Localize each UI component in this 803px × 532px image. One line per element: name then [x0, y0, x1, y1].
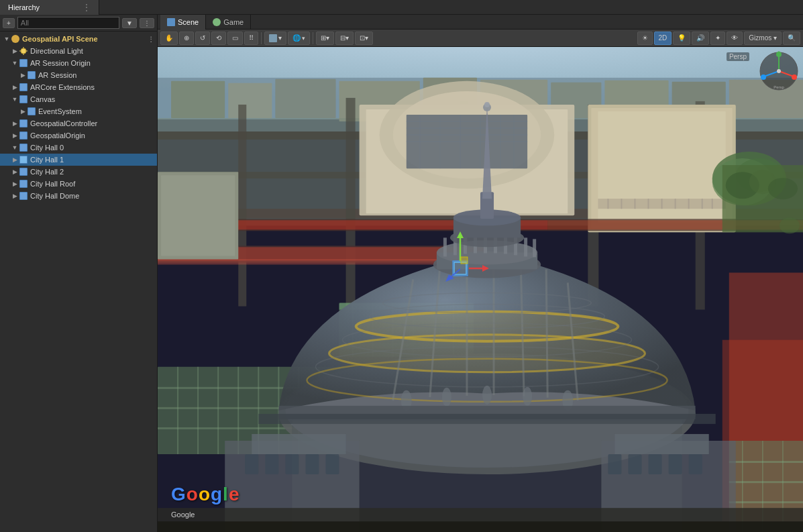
expand-ar-session-origin[interactable]: ▼ — [11, 60, 19, 66]
svg-point-107 — [329, 335, 645, 372]
tree-item-city-hall-roof[interactable]: ▶ City Hall Roof — [0, 178, 157, 190]
tree-item-city-hall-0[interactable]: ▼ City Hall 0 — [0, 142, 157, 154]
tree-item-geospatial-controller[interactable]: ▶ GeospatialController — [0, 117, 157, 129]
tab-game[interactable]: Game — [206, 15, 251, 30]
toolbar-separator-1 — [261, 32, 262, 44]
geospatial-controller-icon — [19, 119, 28, 128]
grid-snap-button[interactable]: ⊟▾ — [335, 32, 354, 45]
expand-event-system[interactable]: ▶ — [19, 108, 27, 115]
tree-item-arcore-extensions[interactable]: ▶ ARCore Extensions — [0, 81, 157, 93]
expand-city-hall-0[interactable]: ▼ — [11, 144, 19, 151]
google-watermark: Google — [171, 484, 239, 505]
draw-mode-dropdown[interactable]: ▾ — [264, 32, 286, 45]
direction-gizmo[interactable]: Y X Z Persp — [759, 51, 799, 91]
search-viewport-btn[interactable]: 🔍 — [783, 32, 800, 45]
hierarchy-search-bar: + ▼ ⋮ — [0, 15, 157, 32]
scale-tool-icon: ⟲ — [216, 34, 221, 42]
tree-item-ar-session[interactable]: ▶ AR Session — [0, 69, 157, 81]
visibility-btn[interactable]: 👁 — [727, 32, 743, 45]
rect-tool-icon: ▭ — [232, 34, 238, 42]
rotate-tool-button[interactable]: ↺ — [195, 32, 210, 45]
move-tool-button[interactable]: ⊕ — [179, 32, 194, 45]
city-hall-2-label: City Hall 2 — [30, 168, 64, 176]
hierarchy-search-input[interactable] — [17, 17, 119, 29]
scene-tab-icon — [167, 18, 175, 26]
city-hall-dome-label: City Hall Dome — [30, 192, 79, 200]
scene-root-menu[interactable]: ⋮ — [148, 36, 154, 43]
draw-mode-icon — [269, 34, 277, 42]
scene-viewport[interactable]: Persp Y X Z — [158, 47, 803, 532]
expand-geospatial-origin[interactable]: ▶ — [11, 132, 19, 139]
top-tab-bar: Hierarchy ⋮ — [0, 0, 803, 15]
pivot-btn[interactable]: ⊡▾ — [355, 32, 373, 45]
svg-rect-153 — [285, 454, 299, 474]
2d-toggle-btn[interactable]: 2D — [654, 32, 672, 45]
rect-tool-button[interactable]: ▭ — [227, 32, 243, 45]
expand-city-hall-dome[interactable]: ▶ — [11, 193, 19, 199]
effects-btn[interactable]: ✦ — [710, 32, 725, 45]
gizmos-dropdown-btn[interactable]: Gizmos ▾ — [744, 32, 782, 45]
svg-rect-151 — [245, 454, 258, 474]
hand-tool-button[interactable]: ✋ — [160, 32, 178, 45]
game-tab-label: Game — [223, 18, 244, 26]
hierarchy-filter-button[interactable]: ▼ — [122, 18, 137, 28]
directional-light-icon — [19, 46, 28, 56]
svg-rect-98 — [729, 461, 803, 463]
perspective-label: Persp — [727, 52, 749, 61]
tab-hierarchy-label: Hierarchy — [8, 3, 40, 11]
svg-point-70 — [768, 178, 798, 199]
google-small-watermark: Google — [171, 511, 195, 519]
svg-rect-7 — [171, 81, 225, 118]
expand-directional-light[interactable]: ▶ — [11, 48, 19, 54]
tree-item-geospatial-origin[interactable]: ▶ GeospatialOrigin — [0, 129, 157, 142]
viewport-toolbar: ✋ ⊕ ↺ ⟲ ▭ ⠿ ▾ — [158, 30, 803, 47]
expand-canvas[interactable]: ▼ — [11, 96, 19, 103]
search-viewport-icon: 🔍 — [788, 34, 796, 42]
tree-item-event-system[interactable]: ▶ EventSystem — [0, 105, 157, 117]
expand-city-hall-1[interactable]: ▶ — [11, 156, 19, 163]
hierarchy-menu-button[interactable]: ⋮ — [140, 18, 154, 28]
hierarchy-add-button[interactable]: + — [3, 18, 15, 28]
google-e: e — [229, 484, 240, 504]
expand-arcore-extensions[interactable]: ▶ — [11, 84, 19, 91]
tree-item-city-hall-2[interactable]: ▶ City Hall 2 — [0, 166, 157, 178]
tree-item-city-hall-dome[interactable]: ▶ City Hall Dome — [0, 190, 157, 202]
expand-city-hall-roof[interactable]: ▶ — [11, 180, 19, 187]
expand-scene-root[interactable]: ▼ — [3, 36, 11, 42]
scale-tool-button[interactable]: ⟲ — [211, 32, 226, 45]
tree-item-city-hall-1[interactable]: ▶ City Hall 1 — [0, 154, 157, 166]
expand-geospatial-controller[interactable]: ▶ — [11, 120, 19, 127]
game-tab-icon — [213, 18, 221, 26]
tree-item-ar-session-origin[interactable]: ▼ AR Session Origin — [0, 57, 157, 69]
globe-icon: 🌐 — [292, 34, 301, 42]
city-hall-1-icon — [19, 155, 28, 164]
expand-city-hall-2[interactable]: ▶ — [11, 168, 19, 175]
svg-rect-22 — [346, 98, 356, 313]
event-system-label: EventSystem — [38, 107, 82, 115]
geospatial-origin-icon — [19, 131, 28, 140]
main-layout: + ▼ ⋮ ▼ Geospatial API Scene ⋮ ▶ — [0, 15, 803, 532]
view-options-btn[interactable]: 🌐 ▾ — [288, 32, 310, 45]
city-hall-roof-icon — [19, 179, 28, 189]
light-btn[interactable]: 💡 — [673, 32, 690, 45]
svg-point-182 — [777, 69, 781, 73]
arcore-extensions-icon — [19, 83, 28, 92]
svg-rect-63 — [161, 175, 235, 256]
expand-ar-session[interactable]: ▶ — [19, 72, 27, 78]
viewport-area: Scene Game ✋ ⊕ ↺ ⟲ ▭ — [158, 15, 803, 532]
tree-item-scene-root[interactable]: ▼ Geospatial API Scene ⋮ — [0, 33, 157, 45]
hierarchy-options-icon[interactable]: ⋮ — [83, 3, 91, 12]
svg-rect-150 — [614, 434, 708, 454]
svg-marker-168 — [482, 265, 489, 272]
tree-item-directional-light[interactable]: ▶ Directional Light — [0, 45, 157, 57]
svg-rect-8 — [228, 83, 272, 118]
tree-item-canvas[interactable]: ▼ Canvas — [0, 93, 157, 105]
audio-btn[interactable]: 🔊 — [692, 32, 709, 45]
svg-rect-154 — [305, 454, 319, 474]
tab-hierarchy[interactable]: Hierarchy ⋮ — [0, 0, 99, 15]
transform-tool-button[interactable]: ⠿ — [244, 32, 258, 45]
snap-button[interactable]: ⊞▾ — [316, 32, 334, 45]
svg-text:Z: Z — [761, 76, 763, 80]
lighting-toggle-btn[interactable]: ☀ — [637, 32, 653, 45]
tab-scene[interactable]: Scene — [160, 15, 206, 30]
